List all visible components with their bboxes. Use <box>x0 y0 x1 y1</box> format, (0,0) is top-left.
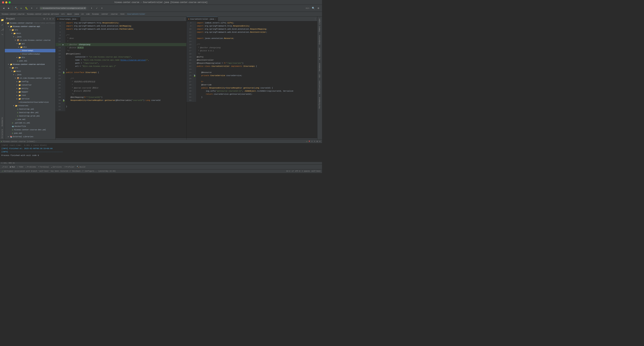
tree-java-1[interactable]: ▼ ☕ java <box>5 35 56 38</box>
tool-profiler[interactable]: ⚡ Profiler <box>63 166 76 168</box>
tree-main-1[interactable]: ▼ 📂 main <box>5 32 56 35</box>
right-tab-menu[interactable]: ⋮ <box>314 18 316 20</box>
left-tab-menu[interactable]: ⋮ <box>183 18 186 20</box>
status-position[interactable]: 32:2 <box>286 170 290 172</box>
tree-service-module[interactable]: ▼ 📁 hiseas-center-course-service <box>5 63 56 66</box>
tree-dockerfile[interactable]: 🐳 Dockerfile <box>5 125 56 128</box>
tool-todo[interactable]: ✓ TODO <box>16 166 24 168</box>
tree-resources[interactable]: ▼ 📂 resources <box>5 104 56 108</box>
toolbar-commit[interactable]: ✓ <box>94 6 99 10</box>
right-strip-ai[interactable]: AI Assistant <box>318 46 321 61</box>
toolbar-profile[interactable]: ⚡ <box>34 6 39 10</box>
scrollbar-h-right[interactable] <box>186 138 317 140</box>
tree-gitlab-ci[interactable]: 🗎 .gitlab-ci.yml <box>5 121 56 125</box>
tab-close-left[interactable]: ✕ <box>77 18 78 20</box>
tree-entity[interactable]: ▶ 📂 entity <box>5 87 56 90</box>
tree-config[interactable]: ▶ 📂 config <box>5 80 56 83</box>
tool-terminal[interactable]: ⌨ Terminal <box>37 166 50 168</box>
sidebar-layout-icon[interactable]: ⊞ <box>43 17 45 20</box>
toolbar-settings[interactable]: ⚙ <box>316 6 320 10</box>
tree-src-2[interactable]: ▼ 📂 src <box>5 66 56 70</box>
toolbar-nav-back[interactable]: ◀ <box>2 6 6 10</box>
toolbar-run[interactable]: ▶ <box>19 6 24 10</box>
tree-pom-root[interactable]: 🗎 pom.xml <box>5 132 56 135</box>
run-stop[interactable]: ■ <box>308 140 310 143</box>
tree-icoursereviewapi[interactable]: ● ICourseReviewApi <box>5 52 56 56</box>
tree-external-libs[interactable]: ▶ 📚 External Libraries <box>5 135 56 138</box>
tree-dto-2[interactable]: ▶ 📂 dto <box>5 56 56 59</box>
status-linesep[interactable]: LF <box>292 170 294 172</box>
breadcrumb-center[interactable]: center <box>102 13 108 15</box>
tree-package-2[interactable]: ▼ 📦 cn.com.hiseas.center.course <box>5 76 56 80</box>
toolbar-git[interactable]: ⬇ <box>89 6 94 10</box>
tree-package-1[interactable]: ▼ 📦 cn.com.hiseas.center.course <box>5 38 56 42</box>
tree-main-class[interactable]: ● HiseasCenterCourseService <box>5 100 56 104</box>
run-settings[interactable]: ⚙ <box>316 140 318 143</box>
breadcrumb-hiseas[interactable]: hiseas <box>92 13 99 15</box>
toolbar-push[interactable]: ⬆ <box>100 6 104 10</box>
tree-bootstrap-dev[interactable]: 🗎 bootstrap-dev.yml <box>5 111 56 114</box>
status-indent[interactable]: 4 spaces <box>302 170 310 172</box>
breadcrumb-java[interactable]: java <box>74 13 79 15</box>
lsi-merge[interactable]: ⤷ <box>0 32 4 36</box>
run-restart[interactable]: ↺ <box>306 140 308 143</box>
right-strip-notifications[interactable]: Notifications <box>318 79 321 95</box>
run-tab-close[interactable]: ✕ <box>35 140 36 142</box>
tree-java-2[interactable]: ▼ ☕ java <box>5 73 56 76</box>
tool-problems[interactable]: ⚠ Problems <box>24 166 37 168</box>
tool-run[interactable]: ▶ Run <box>9 166 16 168</box>
right-strip-endpoints[interactable]: Endpoints <box>318 34 321 46</box>
lsi-pull[interactable]: ⎇ <box>0 28 4 32</box>
sidebar-close-icon[interactable]: ✕ <box>52 17 54 20</box>
tree-api-folder[interactable]: ▼ 📂 api <box>5 42 56 46</box>
scrollbar-h-left[interactable] <box>56 138 186 140</box>
right-strip-tongyi[interactable]: TONGYi Lingma <box>318 17 321 34</box>
tab-icourseapi[interactable]: ● ICourseApi.java ✕ <box>56 17 80 21</box>
tree-mapper[interactable]: ▶ 📂 mapper <box>5 90 56 94</box>
tool-git[interactable]: ⎇ Git <box>1 166 9 168</box>
run-scroll-top[interactable]: ⬆ <box>311 140 313 143</box>
right-strip-git[interactable]: Git <box>318 73 321 79</box>
right-strip-performance[interactable]: Performance <box>318 96 321 110</box>
toolbar-build[interactable]: 🔨 <box>14 6 18 10</box>
run-scroll-bottom[interactable]: ⬇ <box>314 140 316 143</box>
sidebar-settings-icon[interactable]: ⚙ <box>49 17 51 20</box>
toolbar-debug[interactable]: 🐛 <box>24 6 29 10</box>
tree-course-dev[interactable]: 🗎 hiseas-center-course-dev.yml <box>5 128 56 132</box>
status-encoding[interactable]: UTF-8 <box>295 170 300 172</box>
lsi-commit[interactable]: ✔ <box>0 23 4 27</box>
tree-api-module[interactable]: ▼ 📁 hiseas-center-course-api <box>5 25 56 28</box>
breadcrumb-rest[interactable]: rest <box>120 13 124 15</box>
code-area-left[interactable]: 5 import org.springframework.http.Respon… <box>56 21 186 138</box>
status-context[interactable]: self-host <box>311 170 320 172</box>
sidebar-sort-icon[interactable]: ≡ <box>46 18 48 20</box>
tool-build[interactable]: 🔨 Build <box>76 166 86 168</box>
minimize-button[interactable] <box>5 2 8 4</box>
tree-rest[interactable]: ▶ 📂 rest <box>5 94 56 97</box>
tree-dto-1[interactable]: ▶ 📂 dto <box>5 46 56 49</box>
breadcrumb-main[interactable]: main <box>67 13 72 15</box>
toolbar-nav-fwd[interactable]: ▶ <box>6 6 11 10</box>
breadcrumb-cn[interactable]: cn <box>82 13 84 15</box>
tree-service-folder[interactable]: ▶ 📂 service <box>5 97 56 100</box>
maximize-button[interactable] <box>8 2 11 4</box>
toolbar-search[interactable]: 🔍 <box>311 6 316 10</box>
close-button[interactable] <box>2 2 4 4</box>
breadcrumb-course[interactable]: course <box>111 13 118 15</box>
tree-src-1[interactable]: ▼ 📂 src <box>5 28 56 32</box>
breadcrumb-src[interactable]: src <box>61 13 65 15</box>
run-close[interactable]: ✕ <box>319 140 321 143</box>
tree-bootstrap-prod[interactable]: 🗎 bootstrap-prod.yml <box>5 114 56 118</box>
toolbar-coverage[interactable]: ☂ <box>30 6 34 10</box>
tree-converter[interactable]: ▶ 📂 converter <box>5 83 56 87</box>
tree-main-2[interactable]: ▼ 📂 main <box>5 70 56 73</box>
tab-coursecontroller[interactable]: ● CourseController.java ✕ <box>186 17 218 21</box>
lsi-structure-label[interactable]: Structure <box>1 128 4 140</box>
lsi-bookmarks-label[interactable]: Bookmarks <box>1 116 4 128</box>
right-strip-database[interactable]: Database <box>318 62 321 73</box>
tree-root[interactable]: ▼ 📁 hiseas-center-course ~/data/idea_wor… <box>5 21 56 25</box>
tree-pom-1[interactable]: 🗎 pom.xml <box>5 59 56 63</box>
tree-pom-service[interactable]: 🗎 pom.xml <box>5 118 56 121</box>
run-config-selector[interactable]: ▶ HiseasCenterCourseServiceApplication ▼ <box>40 7 86 10</box>
breadcrumb-project[interactable]: hiseas-center-course <box>2 13 24 15</box>
